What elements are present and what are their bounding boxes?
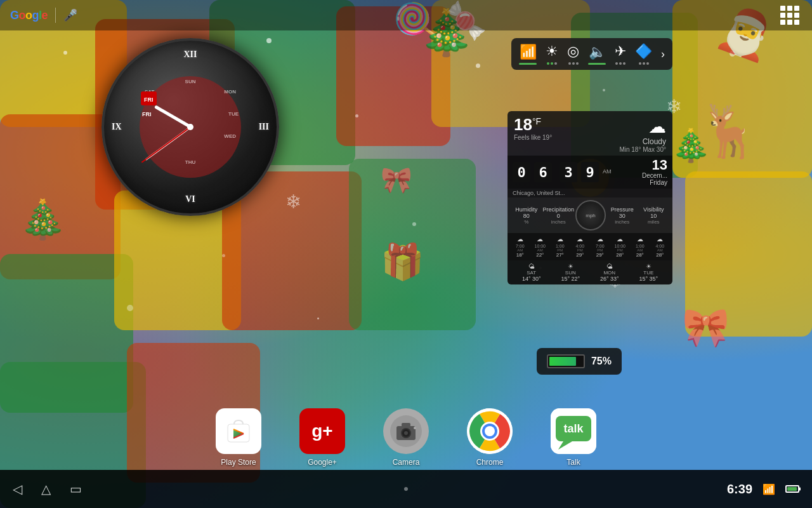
day-mon: MON [224,89,236,95]
camera-icon-img [383,408,429,454]
hourly-time-6: 10:00PM28° [612,244,629,258]
status-wifi-icon: 📶 [763,483,775,495]
battery-widget: 75% [537,348,622,375]
visibility-unit: miles [639,219,669,225]
svg-point-13 [414,427,416,429]
home-button[interactable]: △ [41,481,51,497]
bow-decoration: 🎀 [381,165,412,195]
wind-circle: mph [575,200,606,231]
talk-label: Talk [566,458,580,467]
clock-digit-4: 9 [581,162,599,182]
pressure-unit: inches [607,219,637,225]
gplus-icon: g+ [299,408,345,454]
precip-value: 0 [542,213,574,219]
chrome-icon-img [467,408,513,454]
playstore-label: Play Store [221,458,256,467]
battery-percentage: 75% [591,356,612,367]
playstore-app[interactable]: Play Store [216,408,261,467]
hourly-forecast: ☁ ☁ ☁ ☁ ☁ ☁ ☁ ☁ 7:00AM18° 10:00AM22° 1:0… [508,233,672,260]
clock-date-row: 0 6 3 9 AM 13 Decem... Friday [508,156,672,189]
airplane-dots [615,62,625,65]
chrome-app[interactable]: Chrome [467,408,513,467]
chrome-label: Chrome [476,458,504,467]
back-button[interactable]: ◁ [13,481,22,497]
qs-brightness-button[interactable]: ☀ [546,43,558,65]
hourly-item-3: ☁ [551,236,569,243]
googleplus-app[interactable]: g+ Google+ [299,408,345,467]
talk-app[interactable]: talk Talk [551,408,596,467]
clock-num-12: XII [183,50,197,60]
googleplus-label: Google+ [308,458,337,467]
recent-apps-button[interactable]: ▭ [70,481,82,497]
apps-grid-icon[interactable] [778,3,802,27]
weather-temp-section: 18°F Feels like 19° [514,116,552,141]
daily-tue: ☀ TUE 15° 35° [630,263,668,282]
hourly-item-1: ☁ [511,236,529,243]
humidity-label: Humidity [511,206,541,213]
qs-expand-button[interactable]: › [661,48,665,61]
pressure-value: 30 [607,213,637,219]
nav-right-status: 6:39 📶 [727,482,799,497]
day-fri: FRI [142,111,152,117]
humidity-unit: % [511,219,541,225]
bluetooth-dots [639,62,649,65]
date-month: Decem... Friday [642,172,667,186]
weather-stats-row: Humidity 80 % Precipitation 0 inches mph… [508,197,672,233]
camera-app[interactable]: Camera [383,408,429,467]
weather-icon-area: ☁ Cloudy Min 18° Max 30° [619,116,666,153]
svg-text:g+: g+ [311,421,332,441]
hourly-time-8: 4:00AM28° [652,244,669,258]
precip-label: Precipitation [542,206,574,213]
brightness-dots [547,62,557,65]
bottom-nav-bar: ◁ △ ▭ 6:39 📶 [0,470,812,508]
hourly-item-5: ☁ [591,236,609,243]
humidity-stat: Humidity 80 % [511,206,541,225]
location-dots [568,62,579,65]
gift-decoration: 🎀 [682,305,730,350]
wifi-icon: 📶 [520,44,537,60]
talk-icon-img: talk [551,408,596,454]
qs-airplane-button[interactable]: ✈ [615,43,626,65]
clock-digit-3: 3 [560,162,577,182]
hourly-icons-row: ☁ ☁ ☁ ☁ ☁ ☁ ☁ ☁ [511,236,669,243]
qs-wifi-button[interactable]: 📶 [519,44,537,65]
hourly-item-6: ☁ [612,236,629,243]
snowflake: ❄ [285,190,301,213]
clock-digit-1: 0 [513,162,530,182]
pressure-stat: Pressure 30 inches [607,206,637,225]
weather-minmax: Min 18° Max 30° [619,146,666,153]
feels-like-text: Feels like 19° [514,134,552,141]
volume-icon: 🔈 [589,44,606,60]
ornament: 🎄 [671,127,710,164]
clock-digit-2: 6 [534,162,552,182]
day-thu: THU [185,159,195,165]
qs-volume-button[interactable]: 🔈 [588,44,606,65]
qs-bluetooth-button[interactable]: 🔷 [635,43,652,65]
location-text: Chicago, United St... [508,189,672,197]
weather-condition-icon: ☁ [619,116,666,137]
battery-icon-container [547,354,585,368]
date-day: 13 [642,158,667,172]
battery-bar [547,354,585,368]
quick-settings-widget: 📶 ☀ ◎ 🔈 ✈ 🔷 › [511,38,672,70]
visibility-label: Visibility [639,206,669,213]
date-area: 13 Decem... Friday [642,158,667,186]
mic-icon[interactable]: 🎤 [63,8,77,22]
nav-buttons: ◁ △ ▭ [13,481,82,497]
hourly-times-row: 7:00AM18° 10:00AM22° 1:00PM27° 4:00PM29°… [511,244,669,258]
clock-num-3: III [259,122,269,132]
hourly-item-2: ☁ [532,236,549,243]
humidity-value: 80 [511,213,541,219]
hourly-time-2: 10:00AM22° [532,244,549,258]
daily-mon: 🌤 MON 26° 33° [591,263,629,282]
wind-speed-label: mph [586,213,596,218]
qs-location-button[interactable]: ◎ [567,43,579,65]
divider [55,8,56,23]
status-bar-time: 6:39 [727,482,752,497]
weather-condition-text: Cloudy [619,137,666,146]
clock-center-dot [187,124,193,130]
svg-point-11 [404,431,408,435]
brightness-icon: ☀ [546,43,558,60]
daily-forecast: 🌤 SAT 14° 30° ☀ SUN 15° 22° 🌤 MON 26° 33… [508,260,672,284]
day-sun: SUN [185,79,196,84]
